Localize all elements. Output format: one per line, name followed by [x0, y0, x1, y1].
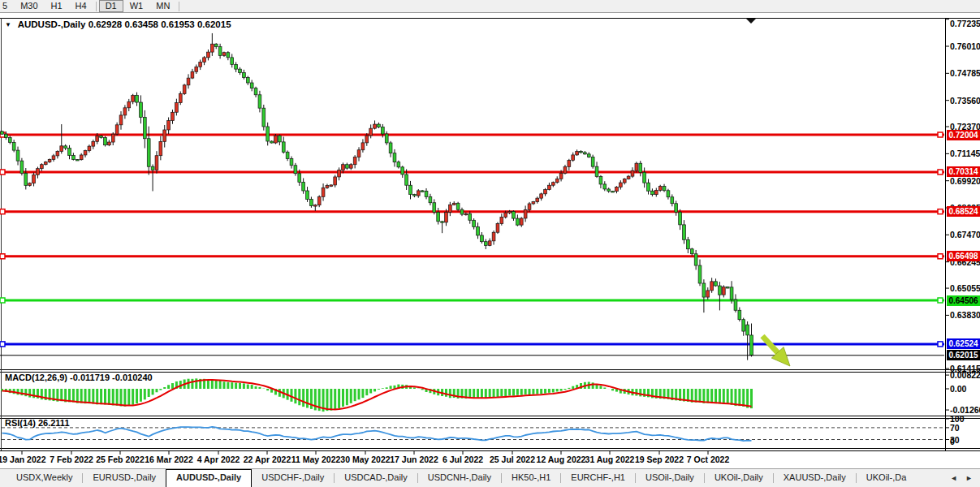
date-axis-label: 22 Apr 2022: [241, 455, 293, 464]
chart-tab-bar: USDX,WeeklyEURUSD-,DailyAUDUSD-,DailyUSD…: [0, 468, 980, 487]
bar-open-value: 0.62928: [89, 19, 123, 29]
date-axis-label: 30 May 2022: [339, 455, 391, 464]
tab-eurchf-h1[interactable]: EURCHF-,H1: [561, 469, 635, 487]
tab-xauusd-daily[interactable]: XAUUSD-,Daily: [774, 469, 856, 487]
tab-usdx-weekly[interactable]: USDX,Weekly: [6, 469, 82, 487]
price-axis-label: 0.69920: [950, 176, 980, 186]
rsi-axis-label: 70: [950, 423, 960, 433]
date-axis-label: 17 Jun 2022: [388, 455, 440, 464]
tab-usdcad-daily[interactable]: USDCAD-,Daily: [335, 469, 417, 487]
bar-high-value: 0.63458: [124, 19, 158, 29]
date-axis-label: 19 Sep 2022: [633, 455, 685, 464]
hline-price-label: 0.70314: [947, 166, 980, 177]
bar-low-value: 0.61953: [161, 19, 195, 29]
line-drag-handle[interactable]: [938, 170, 943, 175]
line-drag-handle[interactable]: [938, 132, 943, 137]
tab-eurusd-daily[interactable]: EURUSD-,Daily: [83, 469, 166, 487]
macd-indicator-label: MACD(12,26,9) -0.011719 -0.010240: [5, 373, 153, 382]
macd-histogram: [2, 378, 752, 412]
line-drag-handle[interactable]: [0, 298, 5, 303]
price-axis-label: 0.77235: [950, 19, 980, 28]
rsi-axis-label: 0: [950, 437, 955, 446]
price-axis-label: 0.71145: [950, 149, 980, 158]
horizontal-line[interactable]: [0, 298, 944, 303]
tab-usdchf-daily[interactable]: USDCHF-,Daily: [252, 469, 334, 487]
horizontal-line[interactable]: [0, 170, 944, 175]
hline-price-label: 0.66498: [947, 251, 980, 261]
date-axis-label: 12 Aug 2022: [535, 455, 587, 464]
date-axis-label: 11 May 2022: [290, 455, 342, 464]
tab-audusd-daily[interactable]: AUDUSD-,Daily: [166, 469, 252, 487]
chart-title: ▼ AUDUSD-,Daily 0.62928 0.63458 0.61953 …: [5, 19, 231, 29]
current-price-label: 0.62015: [947, 350, 980, 360]
price-axis-label: 0.74785: [950, 68, 980, 78]
tab-ukoil-daily[interactable]: UKOil-,Daily: [705, 469, 773, 487]
line-drag-handle[interactable]: [938, 342, 943, 347]
tab-usdcnh-daily[interactable]: USDCNH-,Daily: [418, 469, 501, 487]
line-drag-handle[interactable]: [938, 254, 943, 259]
price-axis-label: 0.73560: [950, 96, 980, 106]
price-axis-label: 0.63830: [950, 310, 980, 320]
tab-ukoil-da[interactable]: UKOil-,Da: [857, 469, 917, 487]
date-axis-label: 7 Feb 2022: [45, 455, 97, 464]
date-axis-label: 7 Oct 2022: [682, 455, 734, 464]
date-axis-label: 4 Apr 2022: [192, 455, 244, 464]
date-axis-label: 6 Jul 2022: [437, 455, 489, 464]
date-axis-label: 16 Mar 2022: [143, 455, 195, 464]
candlestick-series: [1, 33, 753, 360]
hline-price-label: 0.64506: [947, 295, 980, 306]
horizontal-line[interactable]: [0, 132, 944, 137]
chart-shift-marker-icon: [746, 19, 756, 24]
price-axis-label: 0.67470: [950, 230, 980, 239]
line-drag-handle[interactable]: [0, 254, 5, 259]
line-drag-handle[interactable]: [0, 342, 5, 347]
date-axis-label: 19 Jan 2022: [0, 455, 48, 464]
hline-price-label: 0.68524: [947, 206, 980, 217]
tab-scroll-controls: ◄►: [946, 469, 980, 487]
hline-price-label: 0.62524: [947, 338, 980, 349]
tab-scroll-left-icon[interactable]: ◄: [946, 474, 961, 482]
chart-plot-area[interactable]: [0, 0, 980, 487]
price-axis-label: 0.76010: [950, 41, 980, 51]
horizontal-line[interactable]: [0, 209, 944, 214]
date-axis-label: 25 Feb 2022: [94, 455, 146, 464]
rsi-indicator-label: RSI(14) 26.2111: [5, 418, 70, 428]
line-drag-handle[interactable]: [0, 209, 5, 214]
line-drag-handle[interactable]: [938, 298, 943, 303]
horizontal-line[interactable]: [0, 342, 944, 347]
tab-scroll-right-icon[interactable]: ►: [961, 474, 977, 482]
terminal-window: 5M30H1H4D1W1MN ▼ AUDUSD-,Daily 0.62928 0…: [0, 0, 980, 487]
down-arrow-annotation[interactable]: [762, 336, 790, 366]
chart-symbol: AUDUSD-,Daily: [18, 19, 86, 29]
macd-signal-line: [2, 380, 752, 409]
hline-price-label: 0.72004: [947, 130, 980, 140]
date-axis-label: 25 Jul 2022: [486, 455, 538, 464]
tab-usoil-daily[interactable]: USOil-,Daily: [636, 469, 704, 487]
line-drag-handle[interactable]: [0, 170, 5, 175]
bar-close-value: 0.62015: [197, 19, 231, 29]
rsi-line: [2, 427, 752, 441]
price-axis-label: 0.65055: [950, 283, 980, 293]
horizontal-line[interactable]: [0, 254, 944, 259]
macd-axis-label: 0.00: [950, 384, 966, 394]
chevron-down-icon[interactable]: ▼: [5, 21, 11, 28]
macd-axis-label: 0.008223: [950, 370, 980, 380]
line-drag-handle[interactable]: [938, 209, 943, 214]
date-axis-label: 31 Aug 2022: [584, 455, 636, 464]
tab-hk50-h1[interactable]: HK50-,H1: [502, 469, 560, 487]
